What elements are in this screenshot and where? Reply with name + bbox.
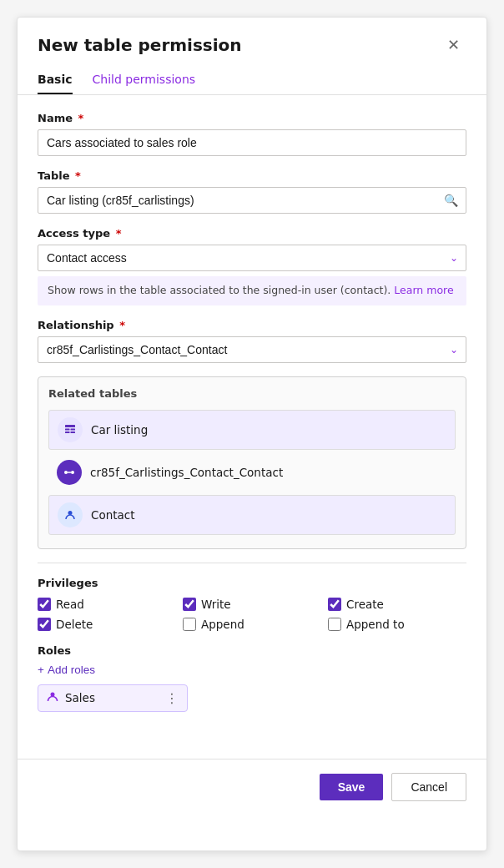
privilege-write-checkbox[interactable]	[183, 598, 196, 611]
car-listing-label: Car listing	[91, 423, 148, 437]
related-item-relationship: cr85f_Carlistings_Contact_Contact	[48, 453, 456, 492]
relationship-label: Relationship *	[38, 319, 466, 331]
role-chip-sales[interactable]: Sales ⋮	[38, 684, 188, 712]
access-type-required-asterisk: *	[116, 227, 122, 240]
modal-footer: Save Cancel	[18, 759, 486, 815]
svg-rect-2	[65, 431, 70, 433]
learn-more-link[interactable]: Learn more	[394, 284, 453, 296]
svg-point-5	[64, 471, 68, 474]
table-search-wrapper: 🔍	[38, 187, 466, 214]
contact-icon	[58, 502, 83, 527]
divider-1	[38, 563, 466, 563]
privileges-grid: Read Write Create Delete Append	[38, 598, 466, 631]
privilege-append[interactable]: Append	[183, 618, 321, 631]
name-input[interactable]	[38, 129, 466, 156]
table-search-icon: 🔍	[444, 194, 458, 207]
access-type-select-wrapper: Contact access Global access Account acc…	[38, 245, 466, 271]
table-search-input[interactable]	[38, 187, 466, 214]
privilege-append-to-checkbox[interactable]	[328, 618, 341, 631]
privilege-delete[interactable]: Delete	[38, 618, 176, 631]
modal-body: Name * Table * 🔍 Access type *	[18, 95, 486, 742]
relationship-select[interactable]: cr85f_Carlistings_Contact_Contact	[38, 336, 466, 363]
privilege-read-label: Read	[56, 598, 84, 611]
contact-label: Contact	[91, 508, 135, 522]
role-chip-label: Sales	[65, 691, 159, 704]
access-type-field-group: Access type * Contact access Global acce…	[38, 227, 466, 305]
privilege-delete-checkbox[interactable]	[38, 618, 51, 631]
tabs-container: Basic Child permissions	[18, 66, 486, 95]
relationship-required-asterisk: *	[119, 319, 125, 331]
modal-title: New table permission	[38, 35, 242, 55]
related-item-contact[interactable]: Contact	[48, 495, 456, 535]
save-button[interactable]: Save	[320, 774, 384, 800]
role-chip-menu-icon[interactable]: ⋮	[165, 690, 179, 706]
privilege-write[interactable]: Write	[183, 598, 321, 611]
relationship-node-label: cr85f_Carlistings_Contact_Contact	[90, 466, 283, 479]
related-item-car-listing[interactable]: Car listing	[48, 410, 456, 450]
table-field-group: Table * 🔍	[38, 169, 466, 214]
svg-rect-1	[65, 428, 70, 430]
close-button[interactable]: ✕	[441, 33, 466, 58]
privilege-read[interactable]: Read	[38, 598, 176, 611]
name-field-group: Name *	[38, 112, 466, 156]
tab-child-permissions[interactable]: Child permissions	[93, 66, 196, 94]
access-type-label: Access type *	[38, 227, 466, 240]
privilege-create[interactable]: Create	[328, 598, 466, 611]
related-tables-title: Related tables	[48, 387, 456, 400]
name-required-asterisk: *	[78, 112, 84, 124]
privilege-append-checkbox[interactable]	[183, 618, 196, 631]
role-person-icon	[47, 691, 58, 705]
privileges-section: Privileges Read Write Create Delete	[38, 577, 466, 631]
access-type-select[interactable]: Contact access Global access Account acc…	[38, 245, 466, 271]
car-listing-table-icon	[58, 417, 83, 442]
add-roles-label: Add roles	[48, 664, 95, 676]
svg-rect-0	[65, 425, 75, 427]
relationship-icon	[57, 460, 82, 485]
cancel-button[interactable]: Cancel	[391, 773, 466, 801]
modal-container: New table permission ✕ Basic Child permi…	[17, 17, 487, 851]
svg-point-6	[71, 471, 74, 474]
privilege-create-checkbox[interactable]	[328, 598, 341, 611]
roles-section: Roles + Add roles Sales ⋮	[38, 644, 466, 712]
privilege-read-checkbox[interactable]	[38, 598, 51, 611]
privilege-append-to-label: Append to	[346, 618, 405, 631]
svg-rect-3	[71, 428, 76, 430]
privilege-create-label: Create	[346, 598, 384, 611]
close-icon: ✕	[447, 36, 460, 54]
modal-header: New table permission ✕	[18, 18, 486, 66]
table-label: Table *	[38, 169, 466, 182]
privileges-title: Privileges	[38, 577, 466, 589]
add-roles-plus-icon: +	[38, 664, 44, 676]
svg-rect-4	[71, 431, 76, 433]
privilege-delete-label: Delete	[56, 618, 93, 631]
table-required-asterisk: *	[75, 169, 81, 182]
relationship-field-group: Relationship * cr85f_Carlistings_Contact…	[38, 319, 466, 363]
add-roles-button[interactable]: + Add roles	[38, 664, 95, 676]
relationship-select-wrapper: cr85f_Carlistings_Contact_Contact ⌄	[38, 336, 466, 363]
privilege-append-to[interactable]: Append to	[328, 618, 466, 631]
privilege-append-label: Append	[201, 618, 244, 631]
name-label: Name *	[38, 112, 466, 124]
privilege-write-label: Write	[201, 598, 231, 611]
access-type-info-box: Show rows in the table associated to the…	[38, 276, 466, 305]
roles-title: Roles	[38, 644, 466, 657]
related-tables-section: Related tables Car listing	[38, 376, 466, 549]
tab-basic[interactable]: Basic	[38, 66, 73, 94]
